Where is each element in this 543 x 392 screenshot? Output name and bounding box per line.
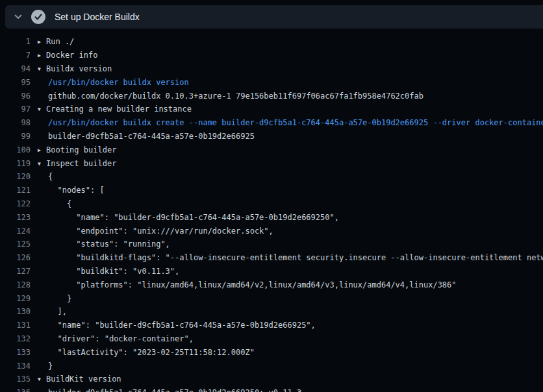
line-number[interactable]: 128 <box>0 280 31 289</box>
log-line: 7▶Docker info <box>0 49 543 62</box>
line-number[interactable]: 133 <box>0 348 31 357</box>
line-number[interactable]: 7 <box>0 51 31 60</box>
log-line: 131 "name": "builder-d9cfb5a1-c764-445a-… <box>0 319 543 332</box>
line-number[interactable]: 99 <box>0 132 31 141</box>
log-group-toggle[interactable]: ▼BuildKit version <box>38 374 121 384</box>
line-number[interactable]: 96 <box>0 92 31 101</box>
line-number[interactable]: 97 <box>0 104 31 114</box>
log-line: 136builder-d9cfb5a1-c764-445a-a57e-0b19d… <box>0 386 543 392</box>
output-text: "buildkit": "v0.11.3", <box>38 267 179 276</box>
step-title: Set up Docker Buildx <box>55 12 140 22</box>
line-number[interactable]: 136 <box>0 388 31 392</box>
log-line: 94▼Buildx version <box>0 62 543 76</box>
line-number[interactable]: 121 <box>0 186 31 195</box>
line-number[interactable]: 127 <box>0 267 31 276</box>
group-title: Run ./ <box>46 37 74 46</box>
log-line: 121 "nodes": [ <box>0 184 543 197</box>
line-number[interactable]: 126 <box>0 253 31 262</box>
step-header[interactable]: Set up Docker Buildx <box>5 5 543 29</box>
log-line: 134} <box>0 359 543 373</box>
line-number[interactable]: 1 <box>0 37 31 46</box>
line-number[interactable]: 94 <box>0 64 31 73</box>
log-viewer: 1▶Run ./7▶Docker info94▼Buildx version95… <box>0 35 543 392</box>
output-text: "status": "running", <box>38 239 170 249</box>
line-number[interactable]: 125 <box>0 239 31 249</box>
log-line: 99builder-d9cfb5a1-c764-445a-a57e-0b19d2… <box>0 130 543 143</box>
triangle-right-icon[interactable]: ▶ <box>38 53 44 58</box>
command-text: /usr/bin/docker buildx version <box>38 78 189 87</box>
log-group-toggle[interactable]: ▼Creating a new builder instance <box>38 104 192 114</box>
log-line: 133 "lastActivity": "2023-02-25T11:58:12… <box>0 345 543 359</box>
line-number[interactable]: 98 <box>0 118 31 127</box>
line-number[interactable]: 129 <box>0 294 31 303</box>
triangle-down-icon[interactable]: ▼ <box>38 106 44 112</box>
line-number[interactable]: 100 <box>0 145 31 154</box>
output-text: { <box>38 172 53 181</box>
output-text: "name": "builder-d9cfb5a1-c764-445a-a57e… <box>38 321 316 330</box>
output-text: "platforms": "linux/amd64,linux/amd64/v2… <box>38 280 457 289</box>
log-group-toggle[interactable]: ▶Booting builder <box>38 145 116 154</box>
output-text: } <box>38 361 53 371</box>
log-line: 96github.com/docker/buildx 0.10.3+azure-… <box>0 89 543 103</box>
command-text: /usr/bin/docker buildx create --name bui… <box>38 118 543 127</box>
output-text: { <box>38 199 71 208</box>
log-line: 130 ], <box>0 305 543 319</box>
log-group-toggle[interactable]: ▼Inspect builder <box>38 159 116 168</box>
log-group-toggle[interactable]: ▶Run ./ <box>38 37 74 46</box>
line-number[interactable]: 124 <box>0 227 31 236</box>
output-text: ], <box>38 307 67 316</box>
log-line: 124 "endpoint": "unix:///var/run/docker.… <box>0 224 543 238</box>
line-number[interactable]: 134 <box>0 361 31 371</box>
output-text: "nodes": [ <box>38 186 105 195</box>
output-text: } <box>38 294 71 303</box>
triangle-right-icon[interactable]: ▶ <box>38 147 44 153</box>
log-line: 128 "platforms": "linux/amd64,linux/amd6… <box>0 278 543 291</box>
line-number[interactable]: 135 <box>0 374 31 384</box>
output-text: builder-d9cfb5a1-c764-445a-a57e-0b19d2e6… <box>38 132 255 141</box>
log-line: 126 "buildkitd-flags": "--allow-insecure… <box>0 251 543 265</box>
line-number[interactable]: 132 <box>0 334 31 343</box>
log-group-toggle[interactable]: ▶Docker info <box>38 51 97 60</box>
log-line: 98/usr/bin/docker buildx create --name b… <box>0 116 543 130</box>
group-title: BuildKit version <box>46 374 121 384</box>
log-line: 100▶Booting builder <box>0 143 543 156</box>
log-line: 97▼Creating a new builder instance <box>0 103 543 116</box>
line-number[interactable]: 123 <box>0 213 31 222</box>
group-title: Docker info <box>46 51 97 60</box>
log-line: 132 "driver": "docker-container", <box>0 332 543 346</box>
group-title: Inspect builder <box>46 159 116 168</box>
line-number[interactable]: 120 <box>0 172 31 181</box>
group-title: Booting builder <box>46 145 116 154</box>
group-title: Creating a new builder instance <box>46 104 192 114</box>
output-text: builder-d9cfb5a1-c764-445a-a57e-0b19d2e6… <box>38 388 301 392</box>
line-number[interactable]: 122 <box>0 199 31 208</box>
line-number[interactable]: 95 <box>0 78 31 87</box>
triangle-down-icon[interactable]: ▼ <box>38 376 44 382</box>
log-line: 122 { <box>0 197 543 211</box>
triangle-down-icon[interactable]: ▼ <box>38 161 44 167</box>
line-number[interactable]: 131 <box>0 321 31 330</box>
log-line: 119▼Inspect builder <box>0 156 543 170</box>
log-line: 123 "name": "builder-d9cfb5a1-c764-445a-… <box>0 210 543 224</box>
log-line: 127 "buildkit": "v0.11.3", <box>0 265 543 278</box>
log-group-toggle[interactable]: ▼Buildx version <box>38 64 112 73</box>
output-text: "name": "builder-d9cfb5a1-c764-445a-a57e… <box>38 213 339 222</box>
output-text: github.com/docker/buildx 0.10.3+azure-1 … <box>38 92 423 101</box>
group-title: Buildx version <box>46 64 112 73</box>
triangle-down-icon[interactable]: ▼ <box>38 66 44 72</box>
log-line: 95/usr/bin/docker buildx version <box>0 75 543 89</box>
log-line: 120{ <box>0 170 543 184</box>
output-text: "driver": "docker-container", <box>38 334 194 343</box>
output-text: "buildkitd-flags": "--allow-insecure-ent… <box>38 253 543 262</box>
log-line: 135▼BuildKit version <box>0 373 543 386</box>
log-line: 129 } <box>0 291 543 305</box>
line-number[interactable]: 130 <box>0 307 31 316</box>
triangle-right-icon[interactable]: ▶ <box>38 39 44 45</box>
log-line: 1▶Run ./ <box>0 35 543 49</box>
line-number[interactable]: 119 <box>0 159 31 168</box>
success-check-icon <box>31 10 45 24</box>
output-text: "endpoint": "unix:///var/run/docker.sock… <box>38 227 273 236</box>
chevron-down-icon[interactable] <box>13 12 23 22</box>
output-text: "lastActivity": "2023-02-25T11:58:12.000… <box>38 348 255 357</box>
log-line: 125 "status": "running", <box>0 238 543 251</box>
